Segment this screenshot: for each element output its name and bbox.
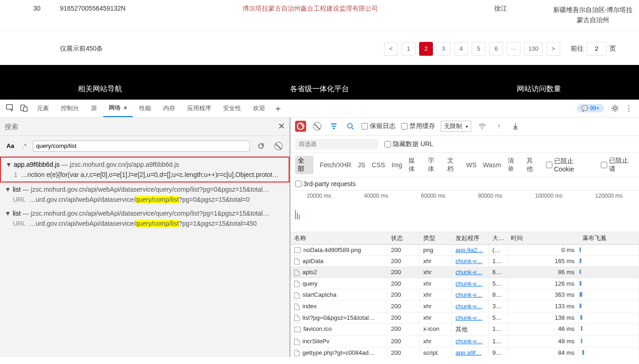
prev-button[interactable]: < — [384, 42, 398, 56]
type-全部[interactable]: 全部 — [295, 156, 314, 174]
initiator-link[interactable]: app.a9f… — [456, 349, 481, 356]
tab-源[interactable]: 源 — [85, 100, 102, 117]
col-time[interactable]: 时间 — [507, 232, 579, 244]
footer-link-2[interactable]: 各省级一体化平台 — [200, 84, 439, 94]
close-tab-icon[interactable]: × — [124, 104, 127, 112]
table-row[interactable]: favicon.ico200x-icon其他1…46 ms — [290, 323, 639, 336]
footer-link-1[interactable]: 相关网站导航 — [0, 84, 200, 94]
record-button[interactable] — [295, 121, 306, 132]
table-row[interactable]: index200xhrchunk-v…3…133 ms — [290, 301, 639, 312]
type-媒体[interactable]: 媒体 — [408, 157, 421, 173]
page-6[interactable]: 6 — [489, 42, 503, 56]
add-tab-icon[interactable]: ＋ — [272, 102, 284, 115]
blocked-req-checkbox[interactable]: 已阻止请 — [601, 157, 634, 173]
table-row[interactable]: apts2200xhrchunk-v…6…86 ms — [290, 267, 639, 278]
svg-rect-0 — [6, 105, 12, 109]
col-type[interactable]: 类型 — [420, 232, 452, 244]
initiator-link[interactable]: chunk-v… — [456, 269, 483, 276]
goto-input[interactable] — [586, 42, 607, 56]
refresh-icon[interactable] — [254, 140, 267, 153]
search-bar: ✕ — [0, 117, 290, 136]
initiator-link[interactable]: chunk-v… — [456, 280, 483, 287]
col-name[interactable]: 名称 — [290, 232, 387, 244]
col-waterfall[interactable]: 瀑布飞溅 — [579, 232, 639, 244]
device-icon[interactable] — [18, 102, 30, 115]
search-input[interactable] — [5, 120, 278, 132]
tab-控制台[interactable]: 控制台 — [55, 100, 84, 117]
page-2[interactable]: 2 — [419, 42, 433, 56]
initiator-link[interactable]: chunk-v… — [456, 258, 483, 264]
type-清单[interactable]: 清单 — [508, 157, 521, 173]
inspect-icon[interactable] — [4, 102, 17, 115]
network-timeline[interactable]: 20000 ms40000 ms60000 ms80000 ms100000 m… — [290, 191, 639, 232]
table-row[interactable]: incrSitePv200xhrchunk-v…1…49 ms — [290, 336, 639, 347]
clear-icon[interactable] — [272, 140, 285, 153]
type-Wasm[interactable]: Wasm — [483, 161, 501, 169]
search-icon[interactable] — [345, 121, 356, 132]
wifi-icon[interactable] — [477, 121, 488, 132]
upload-icon[interactable]: ↑ — [493, 121, 504, 132]
col-status[interactable]: 状态 — [387, 232, 420, 244]
initiator-link[interactable]: app.9a2… — [456, 247, 483, 253]
page-4[interactable]: 4 — [454, 42, 468, 56]
tab-网络[interactable]: 网络× — [103, 100, 133, 117]
tab-元素[interactable]: 元素 — [31, 100, 54, 117]
type-文档[interactable]: 文档 — [447, 157, 460, 173]
issues-badge[interactable]: 💬 99+ — [577, 104, 604, 112]
throttle-select[interactable]: 无限制 — [441, 121, 471, 132]
type-WS[interactable]: WS — [466, 161, 477, 169]
search-query-input[interactable] — [33, 141, 250, 152]
page-1[interactable]: 1 — [402, 42, 415, 56]
download-icon[interactable] — [510, 121, 521, 132]
disable-cache-checkbox[interactable]: 禁用缓存 — [401, 122, 435, 130]
tab-内存[interactable]: 内存 — [158, 100, 181, 117]
blocked-cookie-checkbox[interactable]: 已阻止 Cookie — [546, 157, 595, 173]
type-其他[interactable]: 其他 — [527, 157, 539, 173]
clear-button[interactable] — [312, 121, 323, 132]
col-initiator[interactable]: 发起程序 — [452, 232, 489, 244]
initiator-link[interactable]: chunk-v… — [456, 303, 483, 310]
footer-link-3[interactable]: 网站访问数量 — [439, 84, 639, 94]
search-result-1[interactable]: ▼ app.a9f6bb6d.js — jzsc.mohurd.gov.cn/j… — [0, 157, 290, 182]
filter-icon[interactable] — [328, 121, 339, 132]
search-result-3[interactable]: ▼ list — jzsc.mohurd.gov.cn/api/webApi/d… — [0, 206, 290, 230]
type-JS[interactable]: JS — [358, 161, 365, 169]
settings-icon[interactable] — [609, 102, 621, 115]
col-size[interactable]: 大… — [489, 232, 507, 244]
hide-data-url-checkbox[interactable]: 隐藏数据 URL — [385, 140, 433, 148]
search-results: ▼ app.a9f6bb6d.js — jzsc.mohurd.gov.cn/j… — [0, 157, 290, 357]
type-Fetch/XHR[interactable]: Fetch/XHR — [320, 161, 351, 169]
table-row[interactable]: startCaptcha200xhrchunk-v…8…363 ms — [290, 289, 639, 301]
filter-input[interactable] — [295, 139, 378, 150]
third-party-checkbox[interactable]: 3rd-party requests — [295, 180, 634, 188]
table-row[interactable]: list?pg=0&pgsz=15&total…200xhrchunk-v…5…… — [290, 312, 639, 324]
search-result-2[interactable]: ▼ list — jzsc.mohurd.gov.cn/api/webApi/d… — [0, 182, 290, 206]
page-5[interactable]: 5 — [472, 42, 485, 56]
type-Img[interactable]: Img — [391, 161, 402, 169]
regex-toggle[interactable]: .* — [21, 141, 29, 150]
initiator-link[interactable]: chunk-v… — [456, 291, 483, 298]
type-字体[interactable]: 字体 — [428, 157, 441, 173]
table-row[interactable]: gettype.php?gt=c0084ad…200scriptapp.a9f…… — [290, 347, 639, 357]
file-icon — [294, 292, 300, 299]
page-more[interactable]: ··· — [507, 42, 521, 56]
row-company[interactable]: 博尔塔拉蒙古自治州鑫合工程建设监理有限公司 — [166, 5, 455, 25]
page-3[interactable]: 3 — [437, 42, 450, 56]
next-button[interactable]: > — [546, 42, 560, 56]
tab-性能[interactable]: 性能 — [134, 100, 157, 117]
more-icon[interactable]: ⋮ — [622, 102, 635, 115]
table-row[interactable]: query200xhrchunk-v…5…126 ms — [290, 278, 639, 290]
svg-point-4 — [348, 123, 352, 128]
tab-应用程序[interactable]: 应用程序 — [182, 100, 217, 117]
tab-欢迎[interactable]: 欢迎 — [248, 100, 271, 117]
table-row[interactable]: aptData200xhrchunk-v…1…165 ms — [290, 256, 639, 267]
initiator-link[interactable]: chunk-v… — [456, 338, 483, 345]
page-last[interactable]: 130 — [524, 42, 543, 56]
case-toggle[interactable]: Aa — [5, 141, 16, 150]
close-icon[interactable]: ✕ — [278, 121, 285, 131]
type-CSS[interactable]: CSS — [372, 161, 385, 169]
tab-安全性[interactable]: 安全性 — [218, 100, 247, 117]
preserve-log-checkbox[interactable]: 保留日志 — [361, 122, 396, 130]
table-row[interactable]: noData.4d90f589.png200pngapp.9a2…(…0 ms — [290, 245, 639, 256]
initiator-link[interactable]: chunk-v… — [456, 314, 483, 321]
